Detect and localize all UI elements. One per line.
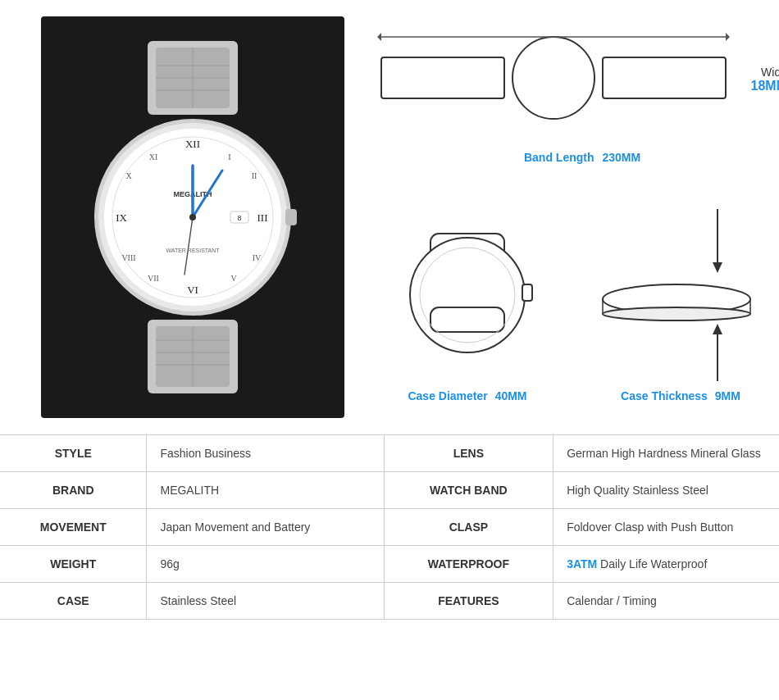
spec-value-4-2: 3ATM Daily Life Waterproof [554, 546, 779, 583]
spec-label-4-2: WATERPROOF [384, 546, 554, 583]
band-width-label: Wide 18MM [738, 66, 779, 93]
wide-text: Wide [738, 66, 779, 79]
specs-table: STYLEFashion BusinessLENSGerman High Har… [0, 434, 779, 620]
svg-text:XII: XII [185, 138, 200, 150]
spec-label-1-1: STYLE [0, 435, 147, 472]
band-length-value: 230MM [602, 151, 640, 164]
specs-diagram: Wide 18MM Band Length 230MM [361, 16, 779, 418]
svg-text:VIII: VIII [121, 253, 135, 262]
svg-marker-43 [726, 33, 730, 41]
spec-label-3-1: MOVEMENT [0, 509, 147, 546]
svg-text:V: V [230, 274, 237, 283]
svg-text:I: I [228, 152, 230, 161]
svg-text:VII: VII [148, 274, 159, 283]
svg-rect-38 [381, 57, 504, 98]
spec-value-2-2: High Quality Stainless Steel [554, 472, 779, 509]
spec-value-5-1: Stainless Steel [147, 583, 384, 620]
case-thickness-item: Case Thickness 9MM [594, 184, 767, 402]
band-diagram: Wide 18MM [377, 25, 779, 134]
spec-value-1-1: Fashion Business [147, 435, 384, 472]
svg-text:II: II [252, 171, 257, 180]
case-thickness-value: 9MM [715, 389, 740, 402]
svg-marker-50 [713, 262, 722, 273]
table-row: BRANDMEGALITHWATCH BANDHigh Quality Stai… [0, 472, 779, 509]
svg-rect-40 [603, 57, 726, 98]
spec-value-1-2: German High Hardness Mineral Glass [554, 435, 779, 472]
svg-text:IX: IX [116, 211, 127, 224]
svg-marker-42 [377, 33, 381, 41]
waterproof-atm-badge: 3ATM [567, 557, 597, 570]
case-diameter-text: Case Diameter [408, 389, 487, 402]
svg-text:XI: XI [149, 152, 158, 161]
svg-text:III: III [257, 211, 268, 224]
spec-label-5-2: FEATURES [384, 583, 554, 620]
spec-label-4-1: WEIGHT [0, 546, 147, 583]
case-diagrams-container: Case Diameter 40MM [377, 184, 779, 402]
spec-label-3-2: CLASP [384, 509, 554, 546]
watch-illustration: XII III VI IX I II IV V VII VIII X XI ME… [70, 33, 316, 402]
table-row: MOVEMENTJapan Movement and BatteryCLASPF… [0, 509, 779, 546]
svg-text:IV: IV [253, 253, 262, 262]
svg-text:WATER RESISTANT: WATER RESISTANT [166, 248, 220, 253]
svg-point-54 [603, 307, 750, 320]
spec-value-4-1: 96g [147, 546, 384, 583]
table-row: STYLEFashion BusinessLENSGerman High Har… [0, 435, 779, 472]
watch-image-container: XII III VI IX I II IV V VII VIII X XI ME… [41, 16, 344, 418]
case-diameter-value: 40MM [495, 389, 527, 402]
svg-text:X: X [125, 171, 132, 180]
svg-text:VI: VI [187, 284, 198, 296]
spec-value-3-1: Japan Movement and Battery [147, 509, 384, 546]
case-diameter-item: Case Diameter 40MM [398, 184, 537, 402]
svg-point-39 [512, 37, 594, 119]
svg-rect-47 [522, 284, 532, 301]
band-length-text: Band Length [524, 151, 594, 164]
svg-rect-46 [430, 307, 504, 332]
waterproof-suffix: Daily Life Waterproof [597, 557, 707, 570]
svg-text:8: 8 [237, 214, 241, 222]
svg-point-45 [410, 238, 525, 352]
spec-value-3-2: Foldover Clasp with Push Button [554, 509, 779, 546]
spec-label-5-1: CASE [0, 583, 147, 620]
table-row: CASEStainless SteelFEATURESCalendar / Ti… [0, 583, 779, 620]
spec-value-2-1: MEGALITH [147, 472, 384, 509]
case-thickness-text: Case Thickness [621, 389, 708, 402]
case-diameter-label: Case Diameter 40MM [408, 389, 526, 402]
spec-label-2-1: BRAND [0, 472, 147, 509]
band-length-label: Band Length 230MM [377, 151, 779, 164]
case-thickness-label: Case Thickness 9MM [621, 389, 740, 402]
svg-marker-56 [713, 324, 722, 334]
table-row: WEIGHT96gWATERPROOF3ATM Daily Life Water… [0, 546, 779, 583]
wide-value: 18MM [738, 79, 779, 93]
spec-label-2-2: WATCH BAND [384, 472, 554, 509]
svg-point-37 [189, 214, 196, 220]
svg-rect-15 [285, 209, 297, 225]
spec-label-1-2: LENS [384, 435, 554, 472]
top-section: XII III VI IX I II IV V VII VIII X XI ME… [0, 0, 779, 434]
spec-value-5-2: Calendar / Timing [554, 583, 779, 620]
band-svg-container [377, 25, 730, 134]
